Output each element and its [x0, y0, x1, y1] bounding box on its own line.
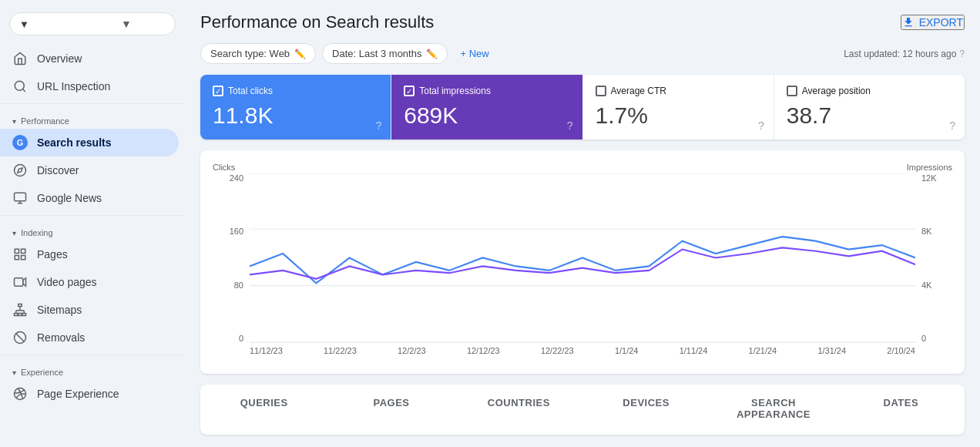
- chart-container: Clicks Impressions 240 160 80 0: [200, 150, 965, 374]
- sidebar-item-sitemaps-label: Sitemaps: [37, 304, 82, 316]
- metric-ctr-label: Average CTR: [596, 86, 761, 96]
- impressions-checkbox[interactable]: [404, 86, 414, 96]
- chart-area: [250, 173, 915, 343]
- sidebar-item-url-inspection[interactable]: URL Inspection: [0, 72, 179, 100]
- tab-countries[interactable]: COUNTRIES: [455, 385, 582, 435]
- svg-line-20: [16, 334, 25, 342]
- position-value: 38.7: [787, 103, 952, 129]
- experience-section-label: ▾ Experience: [0, 358, 185, 380]
- clicks-label-text: Total clicks: [228, 86, 273, 96]
- clicks-checkbox[interactable]: [213, 86, 223, 96]
- experience-chevron: ▾: [12, 368, 16, 377]
- indexing-section-label: ▾ Indexing: [0, 219, 185, 240]
- sidebar-item-video-pages[interactable]: Video pages: [0, 268, 179, 296]
- metric-total-clicks: Total clicks 11.8K ?: [200, 75, 391, 139]
- sitemaps-icon: [12, 302, 28, 318]
- sidebar-item-removals-label: Removals: [37, 331, 85, 344]
- edit-date-icon: ✏️: [426, 49, 438, 59]
- experience-label: Experience: [21, 368, 63, 377]
- tab-pages[interactable]: PAGES: [327, 385, 455, 435]
- tab-dates[interactable]: DATES: [837, 385, 965, 435]
- home-icon: [12, 51, 28, 66]
- impressions-label-text: Total impressions: [419, 86, 491, 96]
- ctr-help-icon: ?: [758, 119, 764, 132]
- discover-icon: [12, 163, 28, 178]
- sidebar-item-video-pages-label: Video pages: [37, 276, 97, 288]
- dropdown-icon: ▼: [121, 18, 166, 30]
- new-filter-button[interactable]: + New: [454, 44, 495, 63]
- performance-chevron: ▾: [12, 117, 16, 126]
- main-content: Performance on Search results EXPORT Sea…: [185, 0, 980, 447]
- pages-icon: [12, 247, 28, 262]
- chart-y-right: 12K 8K 4K 0: [915, 173, 952, 343]
- ctr-checkbox[interactable]: [596, 86, 606, 96]
- filter-bar: Search type: Web ✏️ Date: Last 3 months …: [200, 43, 965, 64]
- clicks-value: 11.8K: [213, 103, 378, 129]
- tab-queries[interactable]: QUERIES: [200, 385, 327, 435]
- indexing-label: Indexing: [21, 228, 53, 237]
- tab-devices[interactable]: DEVICES: [582, 385, 710, 435]
- ctr-label-text: Average CTR: [611, 86, 666, 96]
- sidebar-item-pages-label: Pages: [37, 248, 68, 260]
- metric-average-position: Average position 38.7 ?: [774, 75, 965, 139]
- last-updated-text: Last updated: 12 hours ago: [844, 49, 956, 59]
- last-updated: Last updated: 12 hours ago ?: [844, 49, 965, 59]
- sidebar-item-page-experience[interactable]: Page Experience: [0, 380, 179, 408]
- search-icon: [12, 79, 28, 94]
- chart-x-labels: 11/12/23 11/22/23 12/2/23 12/12/23 12/22…: [213, 346, 952, 355]
- sidebar: ▼ ▼ Overview URL Inspection ▾ Performanc…: [0, 0, 185, 447]
- sidebar-item-search-results-label: Search results: [37, 136, 112, 149]
- sidebar-item-discover[interactable]: Discover: [0, 156, 179, 184]
- chart-y-left: 240 160 80 0: [213, 173, 250, 343]
- sidebar-item-search-results[interactable]: G Search results: [0, 129, 179, 156]
- sidebar-item-discover-label: Discover: [37, 164, 79, 176]
- sidebar-item-google-news-label: Google News: [37, 192, 102, 204]
- video-icon: [12, 274, 28, 290]
- news-icon: [12, 190, 28, 206]
- position-label-text: Average position: [802, 86, 871, 96]
- bottom-tabs: QUERIES PAGES COUNTRIES DEVICES SEARCH A…: [200, 385, 965, 435]
- search-type-filter[interactable]: Search type: Web ✏️: [200, 43, 316, 64]
- svg-point-2: [15, 165, 26, 176]
- indexing-chevron: ▾: [12, 229, 16, 237]
- svg-rect-9: [22, 256, 25, 260]
- svg-marker-3: [18, 168, 22, 173]
- impressions-value: 689K: [404, 103, 569, 129]
- chart-y-left-title: Clicks: [213, 163, 235, 172]
- search-bar[interactable]: ▼ ▼: [9, 12, 176, 35]
- page-title: Performance on Search results: [200, 12, 434, 32]
- export-icon: [902, 16, 915, 29]
- sidebar-item-overview[interactable]: Overview: [0, 45, 179, 72]
- metric-position-label: Average position: [787, 86, 952, 96]
- search-type-label: Search type: Web: [210, 48, 290, 59]
- page-header: Performance on Search results EXPORT: [200, 12, 965, 32]
- sidebar-item-google-news[interactable]: Google News: [0, 184, 179, 212]
- metric-total-impressions: Total impressions 689K ?: [391, 75, 582, 139]
- clicks-help-icon: ?: [375, 119, 381, 132]
- svg-rect-15: [18, 314, 22, 316]
- sidebar-item-sitemaps[interactable]: Sitemaps: [0, 296, 179, 324]
- date-filter[interactable]: Date: Last 3 months ✏️: [322, 43, 448, 64]
- google-g-icon: G: [12, 135, 28, 150]
- export-label: EXPORT: [919, 16, 963, 29]
- svg-rect-11: [15, 278, 23, 287]
- export-button[interactable]: EXPORT: [901, 15, 965, 30]
- metrics-row: Total clicks 11.8K ? Total impressions 6…: [200, 75, 965, 139]
- sidebar-item-removals[interactable]: Removals: [0, 324, 179, 351]
- tab-search-appearance[interactable]: SEARCH APPEARANCE: [710, 385, 837, 435]
- performance-section-label: ▾ Performance: [0, 107, 185, 129]
- metric-impressions-label: Total impressions: [404, 86, 569, 96]
- svg-rect-4: [15, 193, 26, 201]
- edit-search-type-icon: ✏️: [294, 49, 306, 59]
- svg-rect-8: [22, 249, 25, 253]
- sidebar-item-pages[interactable]: Pages: [0, 240, 179, 268]
- position-checkbox[interactable]: [787, 86, 797, 96]
- metric-average-ctr: Average CTR 1.7% ?: [583, 75, 774, 139]
- chart-y-right-title: Impressions: [907, 163, 952, 172]
- position-help-icon: ?: [949, 119, 955, 132]
- performance-label: Performance: [21, 116, 69, 126]
- help-icon: ?: [959, 49, 965, 59]
- svg-rect-10: [15, 256, 18, 260]
- new-label: + New: [460, 48, 488, 59]
- svg-line-1: [22, 89, 25, 91]
